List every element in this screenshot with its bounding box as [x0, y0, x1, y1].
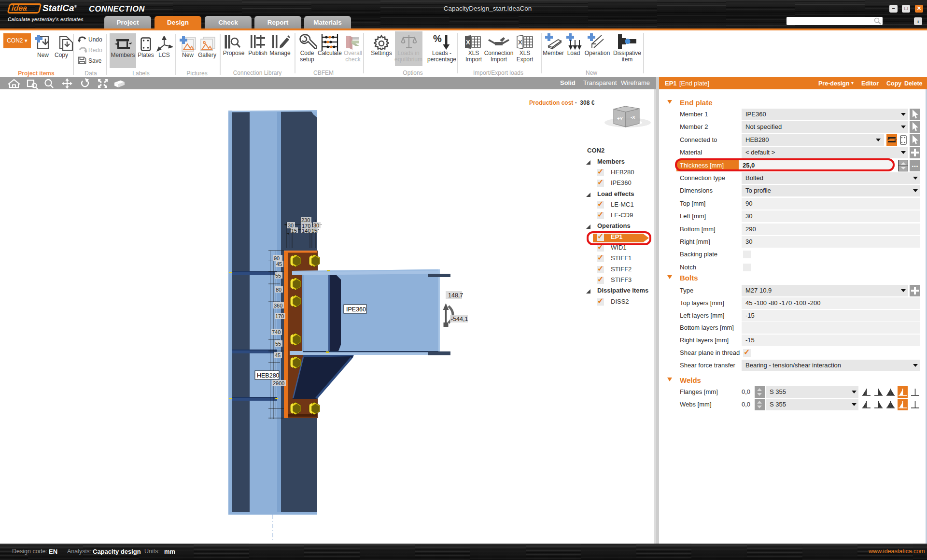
svg-text:HEB280: HEB280	[257, 372, 280, 379]
svg-text:15: 15	[291, 228, 297, 234]
svg-text:148,7: 148,7	[448, 292, 463, 299]
svg-text:X: X	[518, 39, 522, 46]
svg-text:IPE360: IPE360	[346, 306, 366, 313]
svg-text:90: 90	[274, 255, 280, 261]
svg-text:%: %	[433, 34, 442, 44]
svg-text:+Y: +Y	[617, 116, 623, 121]
svg-text:2900: 2900	[273, 380, 284, 386]
svg-text:-544,1: -544,1	[451, 316, 468, 322]
svg-text:140: 140	[302, 228, 310, 234]
svg-text:740: 740	[272, 329, 281, 335]
svg-text:55: 55	[275, 341, 281, 347]
svg-text:80: 80	[276, 287, 281, 293]
svg-text:45: 45	[275, 352, 281, 358]
svg-text:-X: -X	[631, 114, 635, 120]
svg-text:45: 45	[276, 261, 282, 267]
svg-text:X: X	[466, 39, 470, 46]
svg-text:360: 360	[274, 303, 282, 308]
svg-text:170: 170	[275, 313, 284, 319]
svg-text:55: 55	[275, 273, 281, 279]
svg-text:15: 15	[311, 228, 317, 234]
svg-text:230: 230	[301, 217, 310, 223]
